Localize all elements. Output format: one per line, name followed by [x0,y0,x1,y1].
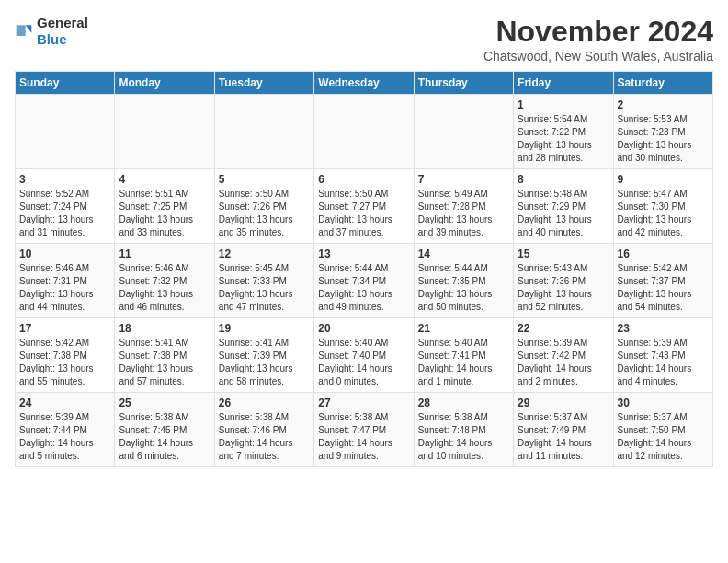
day-number: 19 [219,322,310,335]
day-info: Sunrise: 5:39 AM Sunset: 7:43 PM Dayligh… [618,337,709,388]
header-thursday: Thursday [414,72,513,95]
calendar-cell: 17Sunrise: 5:42 AM Sunset: 7:38 PM Dayli… [16,318,115,393]
week-row-1: 1Sunrise: 5:54 AM Sunset: 7:22 PM Daylig… [16,95,713,169]
calendar-cell: 28Sunrise: 5:38 AM Sunset: 7:48 PM Dayli… [414,393,513,467]
calendar-cell: 21Sunrise: 5:40 AM Sunset: 7:41 PM Dayli… [414,318,513,393]
week-row-3: 10Sunrise: 5:46 AM Sunset: 7:31 PM Dayli… [16,244,713,318]
day-info: Sunrise: 5:41 AM Sunset: 7:38 PM Dayligh… [119,337,210,388]
day-info: Sunrise: 5:40 AM Sunset: 7:40 PM Dayligh… [318,337,409,388]
calendar-cell: 9Sunrise: 5:47 AM Sunset: 7:30 PM Daylig… [613,169,712,244]
day-number: 11 [119,247,210,260]
header-friday: Friday [514,72,613,95]
header-tuesday: Tuesday [214,72,313,95]
day-number: 23 [618,322,709,335]
day-number: 24 [19,396,110,409]
calendar-cell [16,95,115,169]
calendar-cell: 4Sunrise: 5:51 AM Sunset: 7:25 PM Daylig… [115,169,214,244]
header-sunday: Sunday [16,72,115,95]
day-number: 22 [518,322,609,335]
calendar-cell: 8Sunrise: 5:48 AM Sunset: 7:29 PM Daylig… [514,169,613,244]
calendar-cell: 5Sunrise: 5:50 AM Sunset: 7:26 PM Daylig… [214,169,313,244]
day-info: Sunrise: 5:44 AM Sunset: 7:35 PM Dayligh… [418,262,509,314]
day-info: Sunrise: 5:52 AM Sunset: 7:24 PM Dayligh… [19,188,110,239]
calendar-cell: 10Sunrise: 5:46 AM Sunset: 7:31 PM Dayli… [16,244,115,318]
day-number: 1 [518,98,609,111]
day-info: Sunrise: 5:37 AM Sunset: 7:49 PM Dayligh… [518,411,609,463]
week-row-2: 3Sunrise: 5:52 AM Sunset: 7:24 PM Daylig… [16,169,713,244]
header-wednesday: Wednesday [314,72,414,95]
day-info: Sunrise: 5:37 AM Sunset: 7:50 PM Dayligh… [618,411,709,463]
calendar-cell [314,95,414,169]
calendar-cell [214,95,313,169]
month-title: November 2024 [483,15,713,49]
day-info: Sunrise: 5:39 AM Sunset: 7:44 PM Dayligh… [19,411,110,463]
calendar-cell: 6Sunrise: 5:50 AM Sunset: 7:27 PM Daylig… [314,169,414,244]
week-row-4: 17Sunrise: 5:42 AM Sunset: 7:38 PM Dayli… [16,318,713,393]
day-number: 30 [618,396,709,409]
day-number: 2 [618,98,709,111]
day-info: Sunrise: 5:39 AM Sunset: 7:42 PM Dayligh… [518,337,609,388]
day-number: 25 [119,396,210,409]
calendar-cell: 11Sunrise: 5:46 AM Sunset: 7:32 PM Dayli… [115,244,214,318]
day-number: 21 [418,322,509,335]
day-info: Sunrise: 5:45 AM Sunset: 7:33 PM Dayligh… [219,262,310,314]
day-number: 14 [418,247,509,260]
day-number: 4 [119,173,210,186]
day-number: 26 [219,396,310,409]
header-saturday: Saturday [613,72,712,95]
day-info: Sunrise: 5:41 AM Sunset: 7:39 PM Dayligh… [219,337,310,388]
day-number: 27 [318,396,409,409]
calendar-table: SundayMondayTuesdayWednesdayThursdayFrid… [15,71,713,467]
calendar-cell: 3Sunrise: 5:52 AM Sunset: 7:24 PM Daylig… [16,169,115,244]
calendar-cell [115,95,214,169]
day-number: 12 [219,247,310,260]
day-number: 18 [119,322,210,335]
calendar-cell: 27Sunrise: 5:38 AM Sunset: 7:47 PM Dayli… [314,393,414,467]
calendar-cell: 1Sunrise: 5:54 AM Sunset: 7:22 PM Daylig… [514,95,613,169]
day-number: 9 [618,173,709,186]
day-info: Sunrise: 5:53 AM Sunset: 7:23 PM Dayligh… [618,113,709,165]
day-number: 28 [418,396,509,409]
logo-general: General [37,15,88,30]
day-number: 29 [518,396,609,409]
calendar-cell: 7Sunrise: 5:49 AM Sunset: 7:28 PM Daylig… [414,169,513,244]
calendar-cell: 23Sunrise: 5:39 AM Sunset: 7:43 PM Dayli… [613,318,712,393]
day-number: 3 [19,173,110,186]
day-info: Sunrise: 5:47 AM Sunset: 7:30 PM Dayligh… [618,188,709,239]
calendar-cell: 22Sunrise: 5:39 AM Sunset: 7:42 PM Dayli… [514,318,613,393]
day-info: Sunrise: 5:40 AM Sunset: 7:41 PM Dayligh… [418,337,509,388]
day-number: 13 [318,247,409,260]
day-number: 10 [19,247,110,260]
title-area: November 2024 Chatswood, New South Wales… [483,15,713,63]
day-info: Sunrise: 5:38 AM Sunset: 7:48 PM Dayligh… [418,411,509,463]
day-number: 6 [318,173,409,186]
day-info: Sunrise: 5:46 AM Sunset: 7:31 PM Dayligh… [19,262,110,314]
location-title: Chatswood, New South Wales, Australia [483,49,713,63]
logo-text: General Blue [37,15,88,48]
day-number: 7 [418,173,509,186]
day-info: Sunrise: 5:43 AM Sunset: 7:36 PM Dayligh… [518,262,609,314]
calendar-cell: 25Sunrise: 5:38 AM Sunset: 7:45 PM Dayli… [115,393,214,467]
day-info: Sunrise: 5:49 AM Sunset: 7:28 PM Dayligh… [418,188,509,239]
calendar-cell: 14Sunrise: 5:44 AM Sunset: 7:35 PM Dayli… [414,244,513,318]
calendar-cell: 16Sunrise: 5:42 AM Sunset: 7:37 PM Dayli… [613,244,712,318]
day-info: Sunrise: 5:50 AM Sunset: 7:27 PM Dayligh… [318,188,409,239]
calendar-cell [414,95,513,169]
day-info: Sunrise: 5:38 AM Sunset: 7:45 PM Dayligh… [119,411,210,463]
day-info: Sunrise: 5:48 AM Sunset: 7:29 PM Dayligh… [518,188,609,239]
logo: General Blue [15,15,88,48]
header: General Blue November 2024 Chatswood, Ne… [15,15,713,63]
day-number: 8 [518,173,609,186]
day-number: 15 [518,247,609,260]
calendar-cell: 29Sunrise: 5:37 AM Sunset: 7:49 PM Dayli… [514,393,613,467]
day-info: Sunrise: 5:51 AM Sunset: 7:25 PM Dayligh… [119,188,210,239]
calendar-cell: 18Sunrise: 5:41 AM Sunset: 7:38 PM Dayli… [115,318,214,393]
day-info: Sunrise: 5:42 AM Sunset: 7:38 PM Dayligh… [19,337,110,388]
calendar-cell: 19Sunrise: 5:41 AM Sunset: 7:39 PM Dayli… [214,318,313,393]
calendar-cell: 12Sunrise: 5:45 AM Sunset: 7:33 PM Dayli… [214,244,313,318]
header-row: SundayMondayTuesdayWednesdayThursdayFrid… [16,72,713,95]
day-info: Sunrise: 5:50 AM Sunset: 7:26 PM Dayligh… [219,188,310,239]
week-row-5: 24Sunrise: 5:39 AM Sunset: 7:44 PM Dayli… [16,393,713,467]
day-number: 20 [318,322,409,335]
header-monday: Monday [115,72,214,95]
